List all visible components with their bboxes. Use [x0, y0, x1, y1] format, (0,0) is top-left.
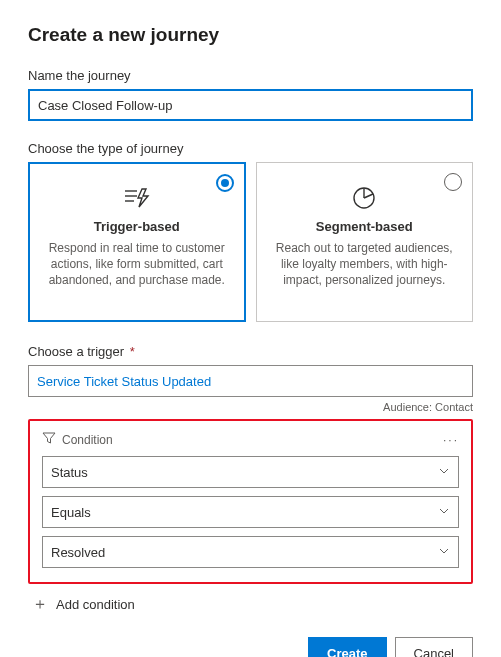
chevron-down-icon: [438, 505, 450, 520]
journey-name-input[interactable]: [28, 89, 473, 121]
page-title: Create a new journey: [28, 24, 473, 46]
type-label: Choose the type of journey: [28, 141, 473, 156]
condition-more-icon[interactable]: ···: [443, 433, 459, 447]
trigger-label: Choose a trigger *: [28, 344, 473, 359]
card-desc-segment: Reach out to targeted audiences, like lo…: [271, 240, 459, 289]
chevron-down-icon: [438, 545, 450, 560]
create-button[interactable]: Create: [308, 637, 386, 657]
card-title-trigger: Trigger-based: [43, 219, 231, 234]
journey-type-trigger[interactable]: Trigger-based Respond in real time to cu…: [28, 162, 246, 322]
radio-unselected-icon: [444, 173, 462, 191]
lightning-icon: [121, 185, 153, 211]
trigger-select[interactable]: Service Ticket Status Updated: [28, 365, 473, 397]
chevron-down-icon: [438, 465, 450, 480]
add-condition-button[interactable]: ＋ Add condition: [32, 594, 473, 615]
audience-label: Audience: Contact: [28, 401, 473, 413]
cancel-button[interactable]: Cancel: [395, 637, 473, 657]
condition-header-label: Condition: [62, 433, 113, 447]
pie-chart-icon: [348, 185, 380, 211]
card-title-segment: Segment-based: [271, 219, 459, 234]
plus-icon: ＋: [32, 594, 48, 615]
condition-operator-select[interactable]: Equals: [42, 496, 459, 528]
card-desc-trigger: Respond in real time to customer actions…: [43, 240, 231, 289]
filter-icon: [42, 431, 56, 448]
journey-type-segment[interactable]: Segment-based Reach out to targeted audi…: [256, 162, 474, 322]
required-mark: *: [130, 344, 135, 359]
condition-value-select[interactable]: Resolved: [42, 536, 459, 568]
name-label: Name the journey: [28, 68, 473, 83]
radio-selected-icon: [216, 174, 234, 192]
condition-attribute-select[interactable]: Status: [42, 456, 459, 488]
condition-block: Condition ··· Status Equals Resolved: [28, 419, 473, 584]
